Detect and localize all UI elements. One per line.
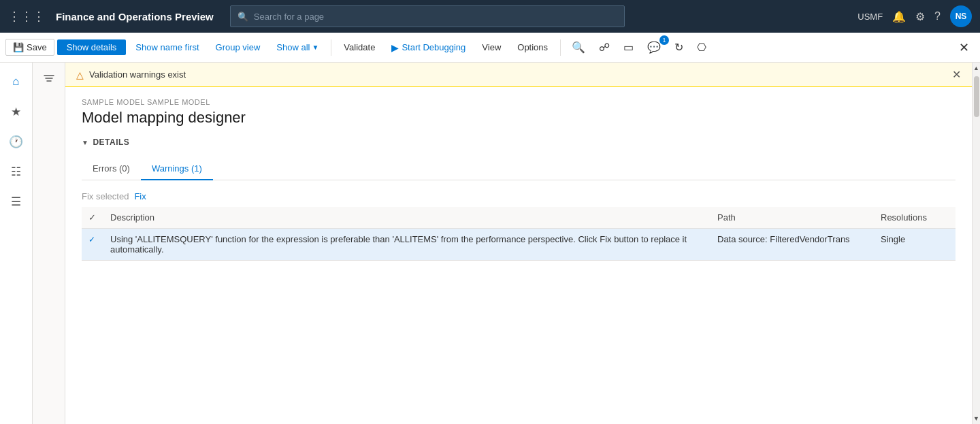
badge-count: 1 — [659, 35, 669, 45]
top-nav: ⋮⋮⋮ Finance and Operations Preview 🔍 USM… — [0, 0, 980, 33]
action-bar: Fix selected Fix — [82, 186, 956, 207]
show-name-first-button[interactable]: Show name first — [129, 39, 206, 55]
table-header: ✓ Description Path Resolutions — [82, 207, 956, 229]
save-icon: 💾 — [13, 42, 24, 52]
message-icon[interactable]: 💬 1 — [642, 38, 666, 56]
page-header: SAMPLE MODEL SAMPLE MODEL Model mapping … — [65, 87, 972, 132]
toolbar-divider-1 — [331, 39, 331, 56]
debug-icon: ▶ — [391, 42, 399, 53]
save-button[interactable]: 💾 Save — [5, 39, 54, 56]
row-path: Data source: FilteredVendorTrans — [710, 229, 874, 261]
group-view-button[interactable]: Group view — [209, 39, 267, 55]
expand-icon[interactable]: ▭ — [618, 38, 639, 56]
col-header-description[interactable]: Description — [103, 207, 710, 229]
warnings-table: ✓ Description Path Resolutions ✓ Using '… — [82, 207, 956, 261]
warning-banner: △ Validation warnings exist ✕ — [65, 63, 972, 87]
usmf-label: USMF — [858, 12, 883, 22]
section-header[interactable]: ▼ DETAILS — [82, 132, 956, 152]
content-area: △ Validation warnings exist ✕ SAMPLE MOD… — [65, 63, 972, 424]
sidebar-modules-icon[interactable]: ☰ — [3, 188, 30, 215]
refresh-icon[interactable]: ↻ — [669, 38, 689, 56]
page-title: Model mapping designer — [82, 109, 956, 127]
sidebar-workspace-icon[interactable]: ☷ — [3, 158, 30, 185]
show-all-button[interactable]: Show all ▼ — [270, 39, 325, 55]
collapse-arrow-icon: ▼ — [82, 139, 88, 146]
table-row[interactable]: ✓ Using 'ALLITEMSQUERY' function for the… — [82, 229, 956, 261]
row-check-icon: ✓ — [88, 235, 95, 244]
col-header-path[interactable]: Path — [710, 207, 874, 229]
right-scrollbar[interactable]: ▲ ▼ — [972, 63, 980, 424]
sidebar-home-icon[interactable]: ⌂ — [3, 68, 30, 95]
col-header-check: ✓ — [82, 207, 103, 229]
scroll-up-arrow[interactable]: ▲ — [973, 63, 980, 74]
start-debugging-button[interactable]: ▶ Start Debugging — [385, 39, 472, 56]
avatar[interactable]: NS — [950, 5, 972, 27]
notification-badge[interactable]: 💬 1 — [642, 38, 666, 56]
row-description: Using 'ALLITEMSQUERY' function for the e… — [103, 229, 710, 261]
filter-icon-area — [33, 63, 65, 424]
fix-link[interactable]: Fix — [134, 191, 146, 201]
scroll-thumb[interactable] — [974, 76, 979, 117]
row-check[interactable]: ✓ — [82, 229, 103, 261]
options-button[interactable]: Options — [510, 39, 555, 55]
section-header-label: DETAILS — [93, 137, 129, 147]
scroll-down-arrow[interactable]: ▼ — [973, 413, 980, 424]
app-grid-icon[interactable]: ⋮⋮⋮ — [8, 9, 45, 24]
tab-errors[interactable]: Errors (0) — [82, 158, 141, 180]
left-sidebar: ⌂ ★ 🕐 ☷ ☰ — [0, 63, 33, 424]
toolbar-divider-2 — [560, 39, 561, 56]
close-button[interactable]: ✕ — [953, 37, 975, 58]
view-button[interactable]: View — [475, 39, 508, 55]
search-icon: 🔍 — [238, 12, 248, 22]
settings-icon[interactable]: ⚙ — [915, 10, 925, 23]
validate-button[interactable]: Validate — [337, 39, 382, 55]
table-body: ✓ Using 'ALLITEMSQUERY' function for the… — [82, 229, 956, 261]
search-input[interactable] — [254, 12, 617, 22]
sidebar-recent-icon[interactable]: 🕐 — [3, 128, 30, 155]
chevron-down-icon: ▼ — [312, 44, 318, 51]
warning-icon: △ — [76, 69, 84, 80]
tab-bar: Errors (0) Warnings (1) — [82, 158, 956, 180]
main-layout: ⌂ ★ 🕐 ☷ ☰ △ Validation warnings exist ✕ … — [0, 63, 980, 424]
details-section: ▼ DETAILS Errors (0) Warnings (1) Fix se… — [65, 132, 972, 261]
scroll-track[interactable] — [973, 74, 980, 413]
sidebar-favorites-icon[interactable]: ★ — [3, 98, 30, 125]
app-title: Finance and Operations Preview — [56, 11, 214, 22]
external-link-icon[interactable]: ⎔ — [691, 38, 712, 56]
col-header-resolutions[interactable]: Resolutions — [874, 207, 956, 229]
help-icon[interactable]: ? — [934, 10, 941, 22]
pin-icon[interactable]: ☍ — [593, 38, 615, 56]
top-nav-right: USMF 🔔 ⚙ ? NS — [858, 5, 972, 27]
show-details-button[interactable]: Show details — [57, 39, 127, 55]
breadcrumb: SAMPLE MODEL SAMPLE MODEL — [82, 98, 956, 106]
check-icon: ✓ — [88, 212, 96, 223]
search-box[interactable]: 🔍 — [230, 5, 625, 27]
warning-text: Validation warnings exist — [89, 69, 186, 80]
fix-selected-label: Fix selected — [82, 191, 129, 201]
toolbar: 💾 Save Show details Show name first Grou… — [0, 33, 980, 63]
filter-icon[interactable] — [38, 68, 60, 90]
tab-warnings[interactable]: Warnings (1) — [141, 158, 213, 180]
row-resolutions: Single — [874, 229, 956, 261]
search-toolbar-icon[interactable]: 🔍 — [566, 38, 591, 56]
close-warning-button[interactable]: ✕ — [952, 68, 961, 81]
notification-icon[interactable]: 🔔 — [892, 10, 906, 23]
